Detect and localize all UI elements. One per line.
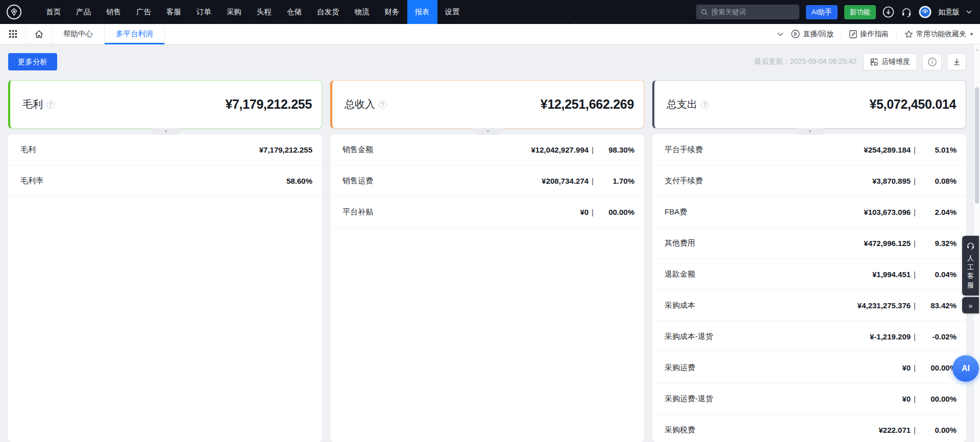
help-icon[interactable]: ? [379, 101, 387, 109]
metric-row-1-2: 平台补贴 ¥0 | 00.00% [330, 197, 644, 228]
top-nav: 首页产品销售广告客服订单采购头程仓储自发货物流财务报表设置 AI助手 新功能 如… [0, 0, 980, 24]
apps-grid-icon[interactable] [0, 24, 26, 44]
metric-row-1-0: 销售金额 ¥12,042,927.994 | 98.30% [330, 134, 644, 165]
nav-item-8[interactable]: 仓储 [279, 0, 309, 24]
collapse-chevron-icon[interactable] [777, 32, 783, 36]
row-label: 毛利 [20, 145, 36, 155]
row-percent: 9.32% [916, 239, 957, 248]
app-logo-icon[interactable] [7, 5, 21, 19]
row-value: ¥3,870.895 [872, 177, 911, 185]
nav-item-12[interactable]: 报表 [407, 0, 437, 24]
row-percent: 5.01% [916, 145, 957, 154]
version-chevron-down-icon[interactable] [966, 10, 972, 14]
metric-row-2-2: FBA费 ¥103,673.096 | 2.04% [652, 197, 966, 228]
nav-item-6[interactable]: 采购 [219, 0, 249, 24]
metric-row-2-5: 采购成本 ¥4,231,275.376 | 83.42% [652, 290, 966, 321]
screen: 首页产品销售广告客服订单采购头程仓储自发货物流财务报表设置 AI助手 新功能 如… [0, 0, 980, 442]
help-icon[interactable]: ? [701, 101, 709, 109]
live-replay-label: 直播/回放 [803, 30, 834, 39]
toolbar-right: 最后更新：2025-09-04 08:25:42 店铺维度 [754, 53, 966, 70]
headset-icon[interactable] [901, 7, 912, 18]
nav-item-10[interactable]: 物流 [347, 0, 377, 24]
metric-row-2-1: 支付手续费 ¥3,870.895 | 0.08% [652, 165, 966, 197]
export-button[interactable] [947, 53, 966, 70]
card-body: 毛利 ¥7,179,212.255 毛利率 58.60% [8, 134, 322, 442]
metric-row-2-6: 采购成本-退货 ¥-1,219.209 | -0.02% [652, 321, 966, 352]
nav-item-9[interactable]: 自发货 [309, 0, 347, 24]
row-label: 采购税费 [665, 425, 695, 435]
row-value: ¥472,996.125 [864, 239, 911, 248]
metric-row-1-1: 销售运费 ¥208,734.274 | 1.70% [330, 165, 644, 197]
row-label: 毛利率 [20, 176, 43, 186]
content-area: 更多分析 最后更新：2025-09-04 08:25:42 店铺维度 [0, 44, 980, 442]
live-replay-link[interactable]: 直播/回放 [791, 30, 834, 39]
row-value: ¥1,994.451 [872, 270, 911, 279]
human-service-widget[interactable]: 人工客服 [962, 236, 979, 296]
collapse-tab[interactable]: ▼ [795, 128, 825, 135]
global-search[interactable] [696, 5, 799, 19]
card-title: 总收入 ? [345, 97, 387, 111]
ai-assistant-button[interactable]: AI助手 [806, 5, 838, 19]
help-icon[interactable]: ? [46, 101, 55, 109]
card-body: 平台手续费 ¥254,289.184 | 5.01% 支付手续费 ¥3,870.… [652, 134, 966, 442]
row-label: FBA费 [665, 207, 687, 217]
tab-0[interactable]: 帮助中心 [52, 24, 105, 44]
account-avatar[interactable] [919, 6, 932, 18]
row-value: ¥0 [902, 395, 911, 403]
nav-item-5[interactable]: 订单 [189, 0, 219, 24]
more-analysis-button[interactable]: 更多分析 [8, 53, 57, 70]
operation-guide-link[interactable]: 操作指南 [849, 30, 889, 39]
card-total-value: ¥12,251,662.269 [541, 97, 634, 112]
nav-item-2[interactable]: 销售 [99, 0, 129, 24]
scrollbar-thumb[interactable] [975, 87, 979, 204]
nav-item-4[interactable]: 客服 [159, 0, 189, 24]
divider [896, 30, 897, 38]
metric-row-0-0: 毛利 ¥7,179,212.255 [8, 134, 322, 165]
ai-floating-button[interactable]: AI [952, 355, 979, 382]
version-label[interactable]: 如意版 [938, 8, 960, 17]
row-label: 采购成本 [665, 301, 695, 310]
store-dimension-button[interactable]: 店铺维度 [863, 53, 917, 70]
card-title: 毛利 ? [22, 97, 55, 111]
info-button[interactable] [922, 53, 942, 70]
row-label: 采购成本-退货 [665, 332, 713, 341]
tab-1[interactable]: 多平台利润 [105, 24, 165, 44]
row-percent: 1.70% [594, 177, 634, 185]
nav-item-11[interactable]: 财务 [377, 0, 407, 24]
service-headset-icon [966, 241, 975, 250]
collapse-tab[interactable]: ▼ [473, 128, 503, 135]
nav-item-1[interactable]: 产品 [68, 0, 99, 24]
row-label: 退款金额 [665, 269, 695, 279]
row-label: 销售运费 [342, 176, 373, 186]
home-icon[interactable] [26, 24, 52, 44]
search-input[interactable] [712, 8, 802, 16]
row-label: 其他费用 [665, 238, 695, 248]
row-percent: 0.08% [916, 177, 957, 185]
collapse-tab[interactable]: ▼ [151, 128, 181, 135]
row-percent: 00.00% [594, 208, 634, 216]
nav-item-7[interactable]: 头程 [249, 0, 279, 24]
row-label: 采购运费 [665, 363, 695, 373]
row-percent: 98.30% [594, 145, 634, 154]
guide-doc-icon [849, 30, 857, 38]
nav-item-3[interactable]: 广告 [129, 0, 159, 24]
card-header: 总支出 ? ¥5,072,450.014 ▼ [652, 80, 966, 129]
row-label: 平台手续费 [665, 145, 703, 155]
scrollbar-up-arrow[interactable]: ▲ [975, 47, 979, 51]
new-feature-button[interactable]: 新功能 [844, 5, 876, 19]
row-percent: 00.00% [916, 363, 957, 372]
metric-row-2-9: 采购税费 ¥222.071 | 0.00% [652, 414, 966, 442]
top-nav-right: AI助手 新功能 如意版 [696, 5, 980, 19]
row-percent: 0.04% [916, 270, 957, 279]
caret-down-icon: ▼ [486, 130, 490, 134]
toolbar: 更多分析 最后更新：2025-09-04 08:25:42 店铺维度 [8, 53, 966, 70]
download-client-icon[interactable] [883, 6, 894, 18]
nav-item-13[interactable]: 设置 [437, 0, 468, 24]
top-nav-menu: 首页产品销售广告客服订单采购头程仓储自发货物流财务报表设置 [38, 0, 468, 24]
store-dimension-label: 店铺维度 [881, 57, 910, 66]
expand-panel-button[interactable]: » [962, 297, 979, 313]
favorites-link[interactable]: 常用功能收藏夹 ▼ [904, 30, 974, 39]
nav-item-0[interactable]: 首页 [38, 0, 68, 24]
favorites-caret-down-icon: ▼ [969, 32, 974, 37]
summary-card-2: 总支出 ? ¥5,072,450.014 ▼ 平台手续费 ¥254,289.18… [652, 80, 966, 442]
